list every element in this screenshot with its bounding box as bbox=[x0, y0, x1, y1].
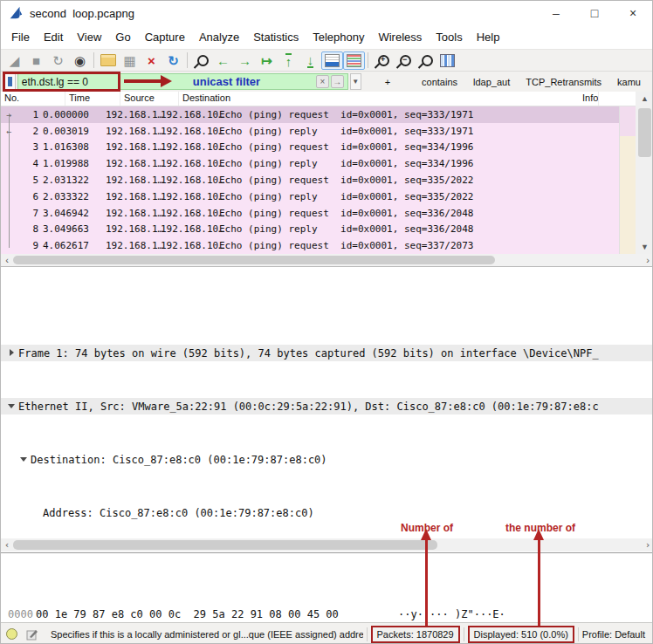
packet-row[interactable]: ← 2 0.003019 192.168.1… 192.168.10… Echo… bbox=[1, 123, 619, 140]
toolbar-separator[interactable] bbox=[93, 52, 94, 68]
packet-row[interactable]: 8 3.049663 192.168.1… 192.168.10… Echo (… bbox=[1, 222, 619, 238]
start-capture-icon[interactable]: ◢ bbox=[3, 51, 25, 70]
packet-row[interactable]: → 1 0.000000 192.168.1… 192.168.10… Echo… bbox=[1, 106, 619, 123]
column-header[interactable]: Destination bbox=[179, 92, 579, 106]
profile-label[interactable]: Profile: Default bbox=[582, 629, 645, 640]
packet-row[interactable]: 4 1.019988 192.168.1… 192.168.10… Echo (… bbox=[1, 155, 619, 172]
expand-chevron-icon[interactable] bbox=[31, 507, 42, 518]
horizontal-scroll-thumb[interactable] bbox=[13, 256, 495, 264]
packet-time: 3.049663 bbox=[41, 223, 106, 235]
scroll-left-icon[interactable]: ‹ bbox=[1, 538, 13, 551]
detail-row[interactable]: Ethernet II, Src: VMware_5a:22:91 (00:0c… bbox=[1, 398, 653, 414]
zoom-100-icon[interactable] bbox=[415, 51, 436, 70]
details-scroll-thumb[interactable] bbox=[13, 540, 437, 550]
filter-shortcut-button[interactable]: kamu bbox=[609, 77, 649, 87]
packet-info: Echo (ping) reply id=0x0001, seq=336/204… bbox=[219, 223, 619, 235]
capture-comment-icon[interactable] bbox=[26, 628, 38, 641]
go-first-packet-icon[interactable]: ↑ bbox=[278, 51, 299, 70]
column-header[interactable]: Info bbox=[579, 92, 599, 106]
close-button[interactable]: × bbox=[614, 1, 652, 25]
toolbar-separator[interactable] bbox=[368, 52, 368, 68]
menu-item[interactable]: Wireless bbox=[371, 31, 429, 44]
go-back-icon[interactable]: ← bbox=[212, 51, 234, 70]
window-controls: – □ × bbox=[537, 1, 652, 25]
packet-info: Echo (ping) reply id=0x0001, seq=335/202… bbox=[219, 191, 619, 202]
column-header[interactable]: Source bbox=[120, 92, 179, 106]
intelligent-scrollbar[interactable] bbox=[619, 106, 636, 254]
column-header[interactable]: Time bbox=[65, 92, 120, 106]
filter-shortcut-button[interactable]: ldap_aut bbox=[465, 77, 518, 87]
stop-capture-icon[interactable]: ■ bbox=[25, 51, 47, 70]
resize-columns-icon[interactable] bbox=[436, 51, 458, 70]
filter-shortcut-button[interactable]: TCP_Retransmits bbox=[518, 77, 609, 87]
find-packet-icon[interactable] bbox=[190, 51, 212, 70]
scroll-up-icon[interactable]: ▲ bbox=[636, 92, 653, 106]
packet-number: 6 bbox=[20, 191, 41, 202]
filter-add-button[interactable]: + bbox=[377, 77, 398, 87]
packet-row[interactable]: 3 1.016308 192.168.1… 192.168.10… Echo (… bbox=[1, 140, 619, 156]
go-last-packet-icon[interactable]: ↓ bbox=[299, 51, 321, 70]
maximize-button[interactable]: □ bbox=[575, 1, 614, 25]
packet-time: 1.016308 bbox=[41, 141, 106, 153]
restart-capture-icon[interactable]: ↻ bbox=[47, 51, 69, 70]
zoom-out-icon[interactable]: − bbox=[393, 51, 415, 70]
filter-dropdown-icon[interactable]: ▼ bbox=[350, 73, 361, 90]
detail-text: Frame 1: 74 bytes on wire (592 bits), 74… bbox=[18, 347, 599, 360]
column-header[interactable]: No. bbox=[1, 92, 65, 106]
filter-shortcut-button[interactable]: contains bbox=[414, 77, 465, 87]
go-to-packet-icon[interactable]: ↦ bbox=[256, 51, 278, 70]
toolbar-separator[interactable] bbox=[187, 52, 188, 68]
packet-row[interactable]: 5 2.031322 192.168.1… 192.168.10… Echo (… bbox=[1, 172, 619, 188]
close-file-icon[interactable]: × bbox=[141, 51, 162, 70]
reload-file-icon[interactable]: ↻ bbox=[162, 51, 184, 70]
packet-time: 2.033322 bbox=[41, 191, 106, 202]
filter-shortcut-buttons: containsldap_autTCP_Retransmitskamu bbox=[414, 77, 649, 87]
menu-item[interactable]: Tools bbox=[429, 31, 469, 44]
go-forward-icon[interactable]: → bbox=[234, 51, 256, 70]
status-bar: Specifies if this is a locally administe… bbox=[1, 622, 653, 644]
menu-item[interactable]: Edit bbox=[37, 31, 70, 44]
packet-number: 7 bbox=[20, 208, 41, 219]
packet-row[interactable]: 6 2.033322 192.168.1… 192.168.10… Echo (… bbox=[1, 188, 619, 205]
packet-number: 9 bbox=[20, 240, 41, 251]
detail-text: Address: Cisco_87:e8:c0 (00:1e:79:87:e8:… bbox=[43, 507, 314, 519]
expand-chevron-icon[interactable] bbox=[6, 347, 17, 359]
menu-item[interactable]: Telephony bbox=[306, 31, 371, 44]
menu-item[interactable]: Capture bbox=[138, 31, 192, 44]
scroll-down-icon[interactable]: ▼ bbox=[636, 240, 653, 254]
minimize-button[interactable]: – bbox=[537, 1, 575, 25]
scroll-right-icon[interactable]: › bbox=[642, 254, 653, 266]
expand-chevron-icon[interactable] bbox=[6, 401, 17, 412]
zoom-in-icon[interactable]: + bbox=[371, 51, 393, 70]
packets-annotation-arrow bbox=[425, 539, 428, 626]
scroll-left-icon[interactable]: ‹ bbox=[1, 254, 13, 266]
packet-list-vertical-scrollbar[interactable]: ▲ ▼ bbox=[636, 92, 653, 254]
open-file-icon[interactable] bbox=[97, 51, 119, 70]
packet-info: Echo (ping) reply id=0x0001, seq=333/197… bbox=[219, 126, 619, 137]
vertical-scroll-thumb[interactable] bbox=[638, 108, 651, 157]
filter-clear-icon[interactable]: × bbox=[316, 75, 329, 88]
detail-row[interactable]: Destination: Cisco_87:e8:c0 (00:1e:79:87… bbox=[1, 451, 653, 468]
expand-chevron-icon[interactable] bbox=[18, 454, 30, 465]
save-file-icon[interactable]: ▦ bbox=[119, 51, 141, 70]
auto-scroll-icon[interactable] bbox=[321, 51, 343, 70]
packet-list-horizontal-scrollbar[interactable]: ‹ › bbox=[1, 254, 653, 266]
packet-destination: 192.168.10… bbox=[161, 141, 219, 153]
menu-item[interactable]: Help bbox=[470, 31, 507, 44]
expert-info-icon[interactable] bbox=[6, 628, 17, 640]
menu-item[interactable]: File bbox=[4, 31, 37, 44]
menu-item[interactable]: Statistics bbox=[246, 31, 306, 44]
packet-row[interactable]: 7 3.046942 192.168.1… 192.168.10… Echo (… bbox=[1, 205, 619, 222]
details-horizontal-scrollbar[interactable]: ‹ › bbox=[1, 538, 653, 552]
scroll-right-icon[interactable]: › bbox=[642, 538, 653, 551]
menu-item[interactable]: View bbox=[70, 31, 108, 44]
filter-apply-icon[interactable]: → bbox=[331, 75, 344, 88]
detail-row[interactable]: Frame 1: 74 bytes on wire (592 bits), 74… bbox=[1, 345, 653, 361]
colorize-icon[interactable] bbox=[343, 51, 365, 70]
capture-options-icon[interactable]: ◉ bbox=[69, 51, 91, 70]
packet-number: 4 bbox=[20, 158, 41, 169]
menu-item[interactable]: Analyze bbox=[192, 31, 246, 44]
packet-row[interactable]: 9 4.062617 192.168.1… 192.168.10… Echo (… bbox=[1, 237, 619, 254]
displayed-annotation-arrow bbox=[538, 539, 540, 626]
menu-item[interactable]: Go bbox=[108, 31, 137, 44]
